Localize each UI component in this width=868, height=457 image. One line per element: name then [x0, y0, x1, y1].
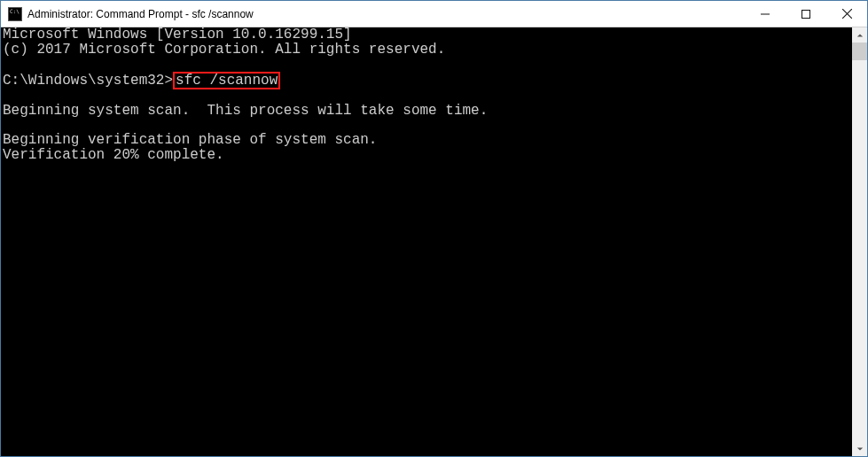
scrollbar-track[interactable] — [852, 43, 867, 441]
svg-rect-1 — [802, 10, 810, 18]
console-output[interactable]: Microsoft Windows [Version 10.0.16299.15… — [1, 27, 852, 456]
scroll-up-button[interactable] — [852, 27, 867, 43]
window-titlebar[interactable]: Administrator: Command Prompt - sfc /sca… — [1, 1, 867, 27]
scrollbar-thumb[interactable] — [852, 43, 867, 60]
chevron-up-icon — [856, 32, 864, 39]
output-line: (c) 2017 Microsoft Corporation. All righ… — [3, 42, 445, 58]
window-title: Administrator: Command Prompt - sfc /sca… — [27, 8, 254, 20]
scroll-down-button[interactable] — [852, 441, 867, 456]
close-icon — [842, 9, 852, 19]
vertical-scrollbar[interactable] — [852, 27, 867, 456]
output-line: Beginning system scan. This process will… — [3, 103, 488, 119]
close-button[interactable] — [826, 1, 867, 27]
entered-command: sfc /scannow — [173, 72, 280, 89]
minimize-button[interactable] — [745, 1, 786, 27]
minimize-icon — [761, 10, 770, 19]
console-area: Microsoft Windows [Version 10.0.16299.15… — [1, 27, 867, 456]
window-controls — [745, 1, 867, 27]
maximize-icon — [802, 10, 810, 19]
prompt-line: C:\Windows\system32>sfc /scannow — [3, 73, 280, 89]
output-line: Beginning verification phase of system s… — [3, 132, 377, 148]
cmd-icon — [8, 7, 22, 21]
output-line: Microsoft Windows [Version 10.0.16299.15… — [3, 27, 352, 43]
maximize-button[interactable] — [786, 1, 826, 27]
output-line: Verification 20% complete. — [3, 147, 224, 163]
chevron-down-icon — [856, 445, 864, 453]
prompt-text: C:\Windows\system32> — [3, 73, 173, 89]
